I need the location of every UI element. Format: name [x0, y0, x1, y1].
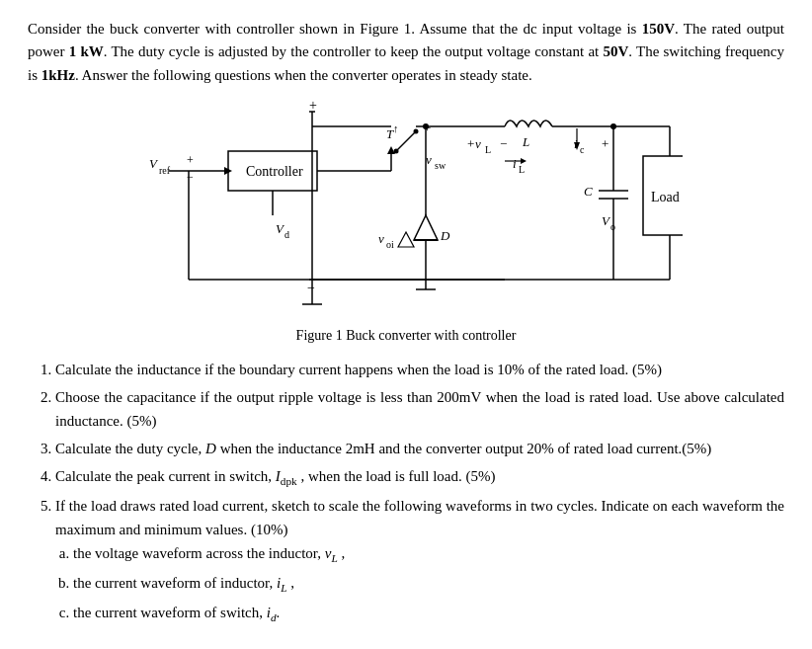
- intro-text-1: Consider the buck converter with control…: [28, 21, 642, 37]
- svg-marker-66: [398, 232, 414, 247]
- svg-text:V: V: [149, 156, 159, 171]
- svg-text:d: d: [284, 229, 289, 240]
- question-3: Calculate the duty cycle, D when the ind…: [55, 437, 784, 460]
- svg-text:+: +: [309, 98, 317, 113]
- svg-text:v: v: [426, 152, 432, 167]
- svg-text:o: o: [610, 221, 615, 232]
- svg-marker-60: [414, 215, 438, 240]
- questions-list: Calculate the inductance if the boundary…: [55, 358, 784, 626]
- svg-text:oi: oi: [386, 239, 394, 250]
- intro-text-5: . Answer the following questions when th…: [75, 67, 532, 83]
- intro-bold-4: 1kHz: [41, 67, 75, 83]
- figure-caption: Figure 1 Buck converter with controller: [296, 328, 517, 344]
- sub-questions-list: the voltage waveform across the inductor…: [73, 541, 784, 626]
- figure-container: + Controller V ref + − V d − T ↑: [28, 97, 784, 352]
- svg-line-23: [396, 131, 416, 151]
- svg-text:v: v: [378, 231, 384, 246]
- svg-text:c: c: [580, 144, 585, 155]
- intro-bold-1: 150V: [642, 21, 675, 37]
- sub-question-a: the voltage waveform across the inductor…: [73, 541, 784, 567]
- svg-text:−: −: [187, 170, 194, 184]
- svg-text:+: +: [602, 136, 609, 151]
- svg-text:D: D: [440, 228, 450, 243]
- svg-point-67: [423, 123, 429, 129]
- svg-text:+: +: [467, 136, 474, 151]
- svg-point-25: [414, 128, 419, 133]
- question-5: If the load draws rated load current, sk…: [55, 494, 784, 626]
- sub-question-c: the current waveform of switch, id.: [73, 601, 784, 626]
- svg-text:↑: ↑: [393, 122, 399, 134]
- svg-text:+: +: [187, 153, 194, 167]
- svg-text:−: −: [307, 281, 315, 295]
- svg-text:Load: Load: [651, 190, 680, 204]
- svg-text:sw: sw: [435, 160, 447, 171]
- sub-question-b: the current waveform of inductor, iL ,: [73, 571, 784, 597]
- svg-text:−: −: [500, 136, 507, 151]
- svg-text:C: C: [584, 184, 593, 199]
- question-1: Calculate the inductance if the boundary…: [55, 358, 784, 381]
- circuit-diagram: + Controller V ref + − V d − T ↑: [129, 97, 683, 324]
- svg-text:i: i: [513, 156, 517, 171]
- svg-text:ref: ref: [159, 165, 171, 176]
- question-4: Calculate the peak current in switch, Id…: [55, 464, 784, 490]
- svg-text:L: L: [485, 144, 491, 155]
- intro-bold-2: 1 kW: [69, 43, 104, 59]
- svg-text:L: L: [519, 164, 525, 175]
- question-2: Choose the capacitance if the output rip…: [55, 385, 784, 433]
- questions-section: Calculate the inductance if the boundary…: [38, 358, 784, 626]
- intro-text-3: . The duty cycle is adjusted by the cont…: [104, 43, 604, 59]
- intro-paragraph: Consider the buck converter with control…: [28, 18, 784, 87]
- svg-text:Controller: Controller: [246, 164, 303, 179]
- svg-text:L: L: [522, 134, 529, 149]
- intro-bold-3: 50V: [603, 43, 628, 59]
- svg-text:v: v: [475, 136, 481, 151]
